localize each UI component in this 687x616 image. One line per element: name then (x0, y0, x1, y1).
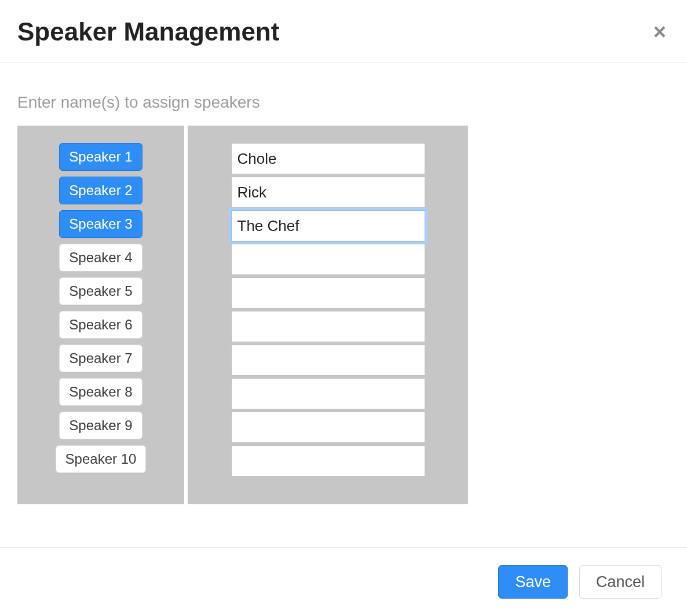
cancel-button[interactable]: Cancel (579, 565, 662, 599)
speaker-name-input-5[interactable] (231, 277, 425, 309)
speaker-inputs-column (188, 126, 468, 504)
speaker-label-5[interactable]: Speaker 5 (59, 277, 142, 305)
speaker-label-8[interactable]: Speaker 8 (59, 378, 142, 406)
speaker-name-input-1[interactable] (231, 143, 425, 174)
dialog-header: Speaker Management × (0, 0, 687, 63)
speaker-name-input-8[interactable] (231, 378, 425, 409)
speaker-label-10[interactable]: Speaker 10 (56, 445, 147, 473)
speaker-name-input-10[interactable] (231, 445, 425, 476)
speaker-label-4[interactable]: Speaker 4 (59, 244, 142, 272)
speaker-name-input-9[interactable] (231, 412, 425, 443)
instruction-text: Enter name(s) to assign speakers (17, 93, 670, 112)
speaker-label-9[interactable]: Speaker 9 (59, 412, 142, 439)
speaker-name-input-4[interactable] (231, 244, 425, 275)
speaker-management-dialog: Speaker Management × Enter name(s) to as… (0, 0, 687, 616)
speaker-label-3[interactable]: Speaker 3 (59, 210, 142, 238)
speaker-label-1[interactable]: Speaker 1 (59, 143, 142, 171)
dialog-footer: Save Cancel (0, 547, 687, 616)
speaker-name-input-3[interactable] (231, 210, 425, 241)
speaker-name-input-2[interactable] (231, 177, 425, 208)
speaker-grid: Speaker 1Speaker 2Speaker 3Speaker 4Spea… (17, 126, 670, 504)
speaker-label-7[interactable]: Speaker 7 (59, 344, 142, 372)
speaker-name-input-6[interactable] (231, 311, 425, 342)
speaker-label-2[interactable]: Speaker 2 (59, 177, 142, 204)
dialog-body: Enter name(s) to assign speakers Speaker… (0, 63, 687, 547)
speaker-labels-column: Speaker 1Speaker 2Speaker 3Speaker 4Spea… (17, 126, 184, 504)
speaker-label-6[interactable]: Speaker 6 (59, 311, 142, 339)
save-button[interactable]: Save (498, 565, 568, 599)
speaker-name-input-7[interactable] (231, 344, 425, 376)
close-icon[interactable]: × (653, 21, 666, 43)
dialog-title: Speaker Management (17, 17, 279, 46)
